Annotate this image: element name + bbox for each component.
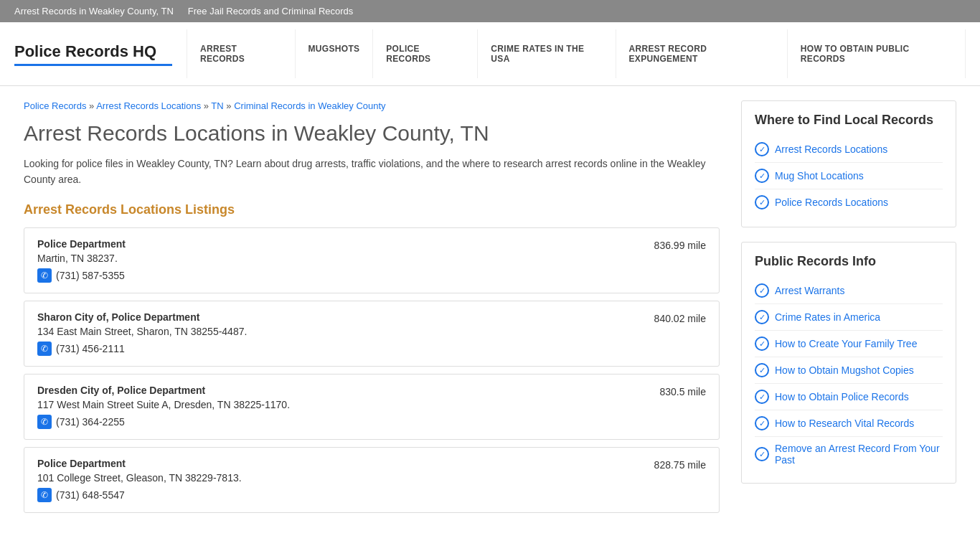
listing-info-2: Dresden City of, Police Department117 We… — [37, 385, 645, 429]
page-title: Arrest Records Locations in Weakley Coun… — [24, 121, 720, 146]
breadcrumb-sep: » — [224, 100, 234, 111]
listing-phone-2: ✆(731) 364-2255 — [37, 415, 645, 429]
listing-card-3: Police Department101 College Street, Gle… — [24, 447, 720, 513]
listing-name-3: Police Department — [37, 458, 640, 469]
listing-distance-2: 830.5 mile — [659, 385, 706, 397]
sidebar-public-links: ✓Arrest Warrants✓Crime Rates in America✓… — [755, 278, 943, 471]
check-icon-public-0: ✓ — [755, 283, 769, 298]
phone-number-1: (731) 456-2111 — [56, 343, 125, 354]
phone-icon-3: ✆ — [37, 488, 52, 502]
sidebar-public-label-4: How to Obtain Police Records — [775, 391, 909, 402]
listing-distance-3: 828.75 mile — [654, 458, 706, 471]
check-icon-public-5: ✓ — [755, 416, 769, 430]
listing-address-2: 117 West Main Street Suite A, Dresden, T… — [37, 399, 645, 410]
listing-phone-3: ✆(731) 648-5547 — [37, 488, 640, 502]
breadcrumb-item-3[interactable]: Criminal Records in Weakley County — [234, 100, 385, 111]
nav-item-crime-rates-in-the-usa[interactable]: CRIME RATES IN THE USA — [478, 29, 616, 78]
listing-name-2: Dresden City of, Police Department — [37, 385, 645, 396]
listing-address-3: 101 College Street, Gleason, TN 38229-78… — [37, 472, 640, 484]
nav-item-how-to-obtain-public-records[interactable]: HOW TO OBTAIN PUBLIC RECORDS — [788, 29, 966, 78]
sidebar-public-link-6[interactable]: ✓Remove an Arrest Record From Your Past — [755, 437, 943, 471]
sidebar-public-label-6: Remove an Arrest Record From Your Past — [775, 443, 943, 466]
phone-icon-2: ✆ — [37, 415, 52, 429]
listing-phone-1: ✆(731) 456-2111 — [37, 342, 640, 356]
check-icon-public-3: ✓ — [755, 363, 769, 377]
check-icon-public-4: ✓ — [755, 390, 769, 404]
sidebar-public-label-5: How to Research Vital Records — [775, 418, 914, 429]
listing-info-1: Sharon City of, Police Department134 Eas… — [37, 311, 640, 356]
section-title: Arrest Records Locations Listings — [24, 202, 720, 217]
breadcrumb: Police Records » Arrest Records Location… — [24, 100, 720, 111]
main-nav: ARREST RECORDSMUGSHOTSPOLICE RECORDSCRIM… — [187, 29, 966, 78]
breadcrumb-item-2[interactable]: TN — [211, 100, 223, 111]
nav-item-police-records[interactable]: POLICE RECORDS — [373, 29, 478, 78]
listing-phone-0: ✆(731) 587-5355 — [37, 268, 640, 283]
sidebar-where-label-1: Mug Shot Locations — [775, 170, 864, 182]
check-icon-public-1: ✓ — [755, 310, 769, 324]
listing-card-2: Dresden City of, Police Department117 We… — [24, 374, 720, 440]
sidebar-public-label-1: Crime Rates in America — [775, 311, 880, 323]
listing-info-0: Police DepartmentMartin, TN 38237.✆(731)… — [37, 238, 640, 283]
listing-address-0: Martin, TN 38237. — [37, 253, 640, 264]
phone-number-0: (731) 587-5355 — [56, 270, 125, 281]
nav-item-arrest-records[interactable]: ARREST RECORDS — [187, 29, 296, 78]
phone-icon-0: ✆ — [37, 268, 52, 283]
header: Police Records HQ ARREST RECORDSMUGSHOTS… — [0, 22, 980, 86]
check-icon-where-1: ✓ — [755, 169, 769, 183]
listing-name-1: Sharon City of, Police Department — [37, 311, 640, 323]
sidebar-public-link-0[interactable]: ✓Arrest Warrants — [755, 278, 943, 304]
sidebar-where-link-1[interactable]: ✓Mug Shot Locations — [755, 163, 943, 189]
breadcrumb-item-0[interactable]: Police Records — [24, 100, 86, 111]
nav-item-mugshots[interactable]: MUGSHOTS — [296, 29, 374, 78]
sidebar-public-link-1[interactable]: ✓Crime Rates in America — [755, 304, 943, 331]
phone-icon-1: ✆ — [37, 342, 52, 356]
breadcrumb-sep: » — [201, 100, 211, 111]
sidebar-where-links: ✓Arrest Records Locations✓Mug Shot Locat… — [755, 136, 943, 215]
check-icon-public-2: ✓ — [755, 336, 769, 351]
nav-item-arrest-record-expungement[interactable]: ARREST RECORD EXPUNGEMENT — [616, 29, 788, 78]
sidebar-where-label-2: Police Records Locations — [775, 197, 888, 208]
listing-info-3: Police Department101 College Street, Gle… — [37, 458, 640, 502]
main-container: Police Records » Arrest Records Location… — [9, 86, 971, 534]
content-area: Police Records » Arrest Records Location… — [24, 100, 720, 520]
listing-distance-1: 840.02 mile — [654, 311, 706, 324]
top-bar: Arrest Records in Weakley County, TN Fre… — [0, 0, 980, 22]
listing-card-1: Sharon City of, Police Department134 Eas… — [24, 301, 720, 367]
sidebar-public-link-5[interactable]: ✓How to Research Vital Records — [755, 410, 943, 437]
sidebar-public-link-2[interactable]: ✓How to Create Your Family Tree — [755, 331, 943, 357]
sidebar-public-title: Public Records Info — [755, 254, 943, 269]
listing-address-1: 134 East Main Street, Sharon, TN 38255-4… — [37, 326, 640, 337]
listings-container: Police DepartmentMartin, TN 38237.✆(731)… — [24, 227, 720, 513]
listing-card-0: Police DepartmentMartin, TN 38237.✆(731)… — [24, 227, 720, 293]
phone-number-3: (731) 648-5547 — [56, 489, 125, 501]
phone-number-2: (731) 364-2255 — [56, 416, 125, 428]
check-icon-where-2: ✓ — [755, 195, 769, 209]
listing-distance-0: 836.99 mile — [654, 238, 706, 251]
check-icon-where-0: ✓ — [755, 142, 769, 156]
sidebar-where-link-2[interactable]: ✓Police Records Locations — [755, 189, 943, 215]
sidebar-public-label-0: Arrest Warrants — [775, 285, 845, 296]
sidebar-public-link-3[interactable]: ✓How to Obtain Mugshot Copies — [755, 357, 943, 384]
sidebar-public-records: Public Records Info ✓Arrest Warrants✓Cri… — [741, 242, 956, 484]
breadcrumb-sep: » — [86, 100, 96, 111]
sidebar: Where to Find Local Records ✓Arrest Reco… — [741, 100, 956, 520]
topbar-link1[interactable]: Arrest Records in Weakley County, TN — [14, 6, 174, 17]
breadcrumb-item-1[interactable]: Arrest Records Locations — [96, 100, 201, 111]
page-description: Looking for police files in Weakley Coun… — [24, 156, 720, 188]
topbar-link2[interactable]: Free Jail Records and Criminal Records — [188, 6, 353, 17]
sidebar-where-title: Where to Find Local Records — [755, 113, 943, 128]
sidebar-where-to-find: Where to Find Local Records ✓Arrest Reco… — [741, 100, 956, 227]
listing-name-0: Police Department — [37, 238, 640, 250]
sidebar-public-link-4[interactable]: ✓How to Obtain Police Records — [755, 384, 943, 410]
check-icon-public-6: ✓ — [755, 447, 769, 461]
logo[interactable]: Police Records HQ — [14, 42, 172, 66]
sidebar-public-label-3: How to Obtain Mugshot Copies — [775, 364, 914, 376]
sidebar-where-link-0[interactable]: ✓Arrest Records Locations — [755, 136, 943, 163]
sidebar-where-label-0: Arrest Records Locations — [775, 143, 887, 155]
sidebar-public-label-2: How to Create Your Family Tree — [775, 338, 917, 349]
